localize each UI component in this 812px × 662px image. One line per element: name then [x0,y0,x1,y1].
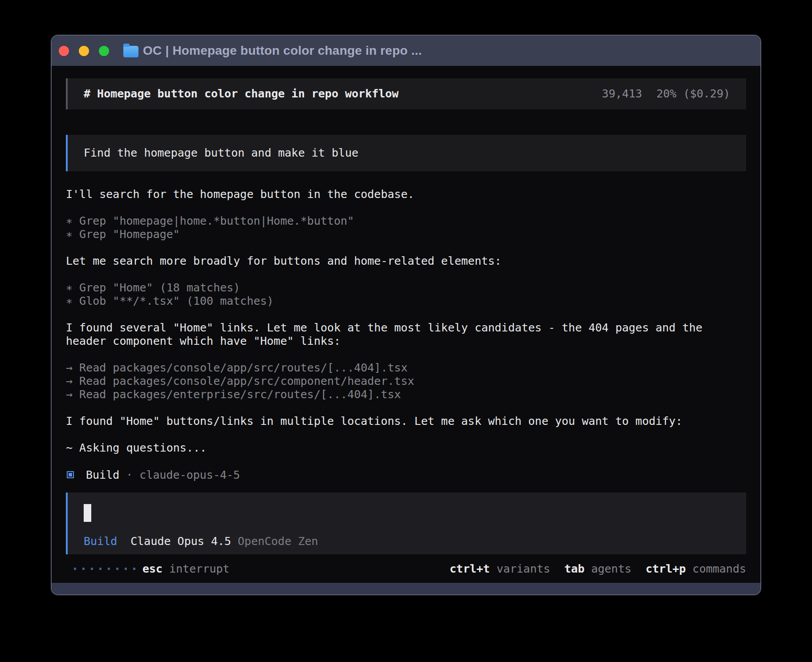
transcript: I'll search for the homepage button in t… [66,188,746,455]
session-stats: 39,41320% ($0.29) [602,87,730,100]
maximize-button[interactable] [99,46,109,56]
transcript-line: ~ Asking questions... [66,441,746,455]
agent-square-icon [67,471,74,478]
hint-label: commands [693,562,746,575]
spinner-dots [74,568,135,570]
traffic-lights [59,46,109,56]
context-usage: 20% ($0.29) [656,87,730,100]
spinner-dot [116,568,118,570]
user-message-text: Find the homepage button and make it blu… [84,146,358,159]
transcript-line [66,308,746,321]
spinner-dot [133,568,135,570]
agent-status-row: Build · claude-opus-4-5 [66,468,746,481]
spinner-dot [108,568,110,570]
terminal-window: OC | Homepage button color change in rep… [51,35,761,595]
input-meta-row: Build Claude Opus 4.5 OpenCode Zen [84,535,730,548]
spinner-dot [99,568,102,570]
transcript-line: → Read packages/console/app/src/componen… [66,375,746,388]
transcript-line [66,428,746,441]
transcript-line: I'll search for the homepage button in t… [66,188,746,201]
hint-label: variants [496,562,550,575]
spinner-dot [91,568,93,570]
keyboard-hints: ctrl+tvariantstabagentsctrl+pcommands [450,562,746,575]
hint-agents: tabagents [564,562,631,575]
transcript-line [66,401,746,415]
transcript-line: I found several "Home" links. Let me loo… [66,321,746,335]
spinner-dot [82,568,85,570]
transcript-line: I found "Home" buttons/links in multiple… [66,415,746,428]
window-bottom-edge [52,583,760,594]
hint-key: tab [564,562,585,575]
transcript-line [66,201,746,214]
status-bar: esc interrupt ctrl+tvariantstabagentsctr… [66,554,746,583]
transcript-line: header component which have "Home" links… [66,335,746,348]
hint-key: ctrl+t [450,562,490,575]
session-title: # Homepage button color change in repo w… [84,87,398,100]
hint-commands: ctrl+pcommands [646,562,746,575]
spinner-dot [125,568,127,570]
agent-model: claude-opus-4-5 [139,468,240,481]
transcript-line: Let me search more broadly for buttons a… [66,254,746,268]
transcript-line: ∗ Grep "homepage|home.*button|Home.*butt… [66,214,746,228]
terminal-content: # Homepage button color change in repo w… [52,66,760,583]
esc-key-hint: esc [142,562,162,575]
input-provider-label: OpenCode Zen [238,535,318,548]
transcript-line: ∗ Glob "**/*.tsx" (100 matches) [66,295,746,308]
transcript-line [66,241,746,254]
transcript-line [66,268,746,281]
user-message: Find the homepage button and make it blu… [66,135,746,172]
token-count: 39,413 [602,87,642,100]
hint-key: ctrl+p [646,562,686,575]
window-title: OC | Homepage button color change in rep… [143,44,422,58]
transcript-line: ∗ Grep "Home" (18 matches) [66,281,746,295]
hint-label: agents [591,562,631,575]
spinner-dot [74,568,76,570]
transcript-line: → Read packages/console/app/src/routes/[… [66,361,746,375]
session-header: # Homepage button color change in repo w… [66,78,746,109]
agent-name: Build [86,468,119,481]
hint-variants: ctrl+tvariants [450,562,550,575]
transcript-line [66,348,746,361]
folder-icon [123,46,138,57]
transcript-line: → Read packages/enterprise/src/routes/[.… [66,388,746,401]
transcript-line: ∗ Grep "Homepage" [66,228,746,241]
input-model-label[interactable]: Claude Opus 4.5 [130,535,231,548]
text-cursor [84,504,91,522]
esc-action-label: interrupt [169,562,229,575]
titlebar: OC | Homepage button color change in rep… [52,36,760,66]
prompt-input[interactable]: Build Claude Opus 4.5 OpenCode Zen [66,492,746,554]
input-agent-label[interactable]: Build [84,535,117,548]
minimize-button[interactable] [79,46,89,56]
close-button[interactable] [59,46,69,56]
agent-separator: · [126,468,133,481]
